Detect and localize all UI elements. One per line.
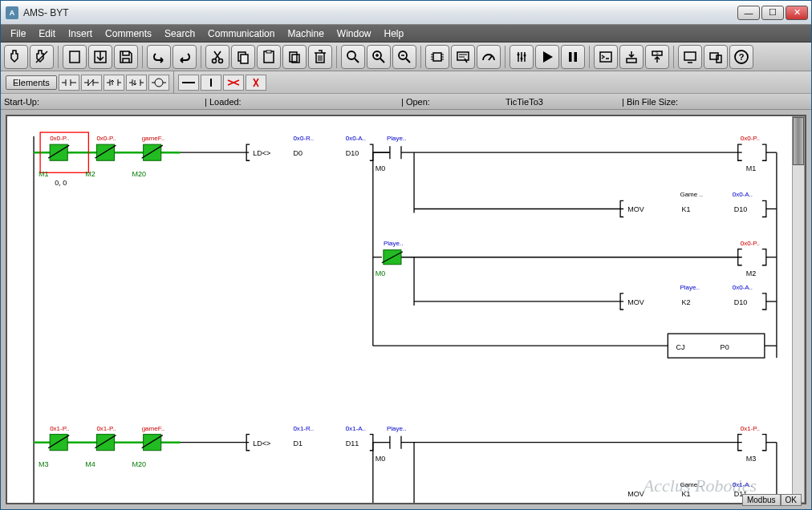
svg-point-4 — [219, 59, 223, 63]
toolbar-separator — [173, 71, 174, 94]
scrollbar-thumb[interactable] — [793, 117, 804, 165]
svg-rect-41 — [627, 59, 636, 63]
svg-line-17 — [380, 59, 384, 63]
el-del-h-icon[interactable] — [223, 75, 244, 91]
undo-icon[interactable] — [147, 45, 171, 69]
svg-text:0x0-P..: 0x0-P.. — [741, 135, 760, 142]
maximize-button[interactable]: ☐ — [761, 6, 784, 20]
ladder-canvas[interactable]: 0x0-P.. M1 0, 0 0x0-P.. M2 gameF.. M20 L… — [6, 115, 806, 504]
menu-search[interactable]: Search — [160, 26, 200, 41]
cmd-icon[interactable] — [594, 45, 618, 69]
close-button[interactable]: ✕ — [786, 6, 808, 20]
usb-off-icon[interactable] — [30, 45, 54, 69]
play-icon[interactable] — [535, 45, 559, 69]
stamp-icon[interactable] — [451, 45, 475, 69]
svg-rect-1 — [70, 51, 79, 63]
monitor-icon[interactable] — [678, 45, 702, 69]
window-controls: — ☐ ✕ — [737, 6, 808, 20]
elements-button[interactable]: Elements — [6, 75, 57, 90]
svg-text:D1: D1 — [293, 439, 302, 447]
save-icon[interactable] — [114, 45, 138, 69]
minimize-button[interactable]: — — [737, 6, 760, 20]
menu-file[interactable]: File — [6, 26, 30, 41]
vertical-scrollbar[interactable] — [792, 116, 805, 503]
svg-text:K1: K1 — [681, 205, 690, 213]
svg-text:D10: D10 — [734, 298, 748, 306]
svg-text:0x1-A..: 0x1-A.. — [346, 425, 366, 432]
delete-icon[interactable] — [308, 45, 332, 69]
svg-text:gameF..: gameF.. — [142, 425, 165, 432]
open-icon[interactable] — [88, 45, 112, 69]
gauge-icon[interactable] — [477, 45, 501, 69]
titlebar[interactable]: A AMS- BYT — ☐ ✕ — [1, 1, 811, 25]
toolbar-separator — [201, 46, 201, 68]
svg-rect-39 — [574, 52, 578, 62]
copy-icon[interactable] — [231, 45, 255, 69]
sliders-icon[interactable] — [510, 45, 534, 69]
svg-text:MOV: MOV — [627, 298, 644, 306]
toolbar-separator — [420, 46, 421, 68]
main-toolbar: S ? — [1, 42, 811, 71]
el-coil-icon[interactable] — [148, 75, 169, 91]
svg-text:K2: K2 — [681, 298, 690, 306]
svg-line-15 — [355, 59, 359, 63]
el-hline-icon[interactable] — [178, 75, 199, 91]
svg-text:0x1-P..: 0x1-P.. — [96, 425, 116, 432]
chip-icon[interactable] — [425, 45, 449, 69]
upload-icon[interactable]: S — [645, 45, 669, 69]
toolbar-separator — [673, 46, 674, 68]
menu-communication[interactable]: Communication — [203, 26, 279, 41]
watermark: Acclus Robotics — [644, 476, 757, 496]
el-falling-icon[interactable] — [126, 75, 147, 91]
menu-comments[interactable]: Comments — [100, 26, 156, 41]
svg-text:M20: M20 — [132, 170, 147, 178]
cut-icon[interactable] — [205, 45, 229, 69]
svg-text:0x0-A..: 0x0-A.. — [733, 284, 753, 291]
svg-text:P0: P0 — [721, 343, 729, 351]
svg-rect-79 — [50, 144, 67, 160]
svg-rect-149 — [144, 435, 161, 451]
svg-text:0x1-P..: 0x1-P.. — [50, 425, 69, 432]
svg-text:D11: D11 — [346, 439, 359, 447]
svg-text:MOV: MOV — [627, 490, 644, 498]
svg-text:MOV: MOV — [627, 205, 644, 213]
el-vline-icon[interactable] — [201, 75, 221, 91]
zoom-out-icon[interactable] — [392, 45, 416, 69]
svg-rect-8 — [266, 51, 271, 53]
window-title: AMS- BYT — [23, 7, 737, 18]
footer-status: Modbus OK — [742, 494, 802, 506]
el-no-contact-icon[interactable] — [59, 75, 79, 91]
el-rising-icon[interactable] — [104, 75, 124, 91]
teach-icon[interactable] — [704, 45, 728, 69]
footer-modbus: Modbus — [742, 494, 781, 506]
svg-point-67 — [155, 79, 163, 87]
svg-point-3 — [213, 59, 217, 63]
status-binfile: | Bin File Size: — [619, 97, 681, 107]
el-nc-contact-icon[interactable] — [81, 75, 102, 91]
pause-icon[interactable] — [561, 45, 585, 69]
svg-text:M1: M1 — [746, 164, 757, 172]
svg-point-36 — [521, 57, 523, 59]
duplicate-icon[interactable] — [282, 45, 307, 69]
help-icon[interactable]: ? — [729, 45, 753, 69]
menu-help[interactable]: Help — [380, 26, 409, 41]
el-del-v-icon[interactable] — [246, 75, 266, 91]
paste-icon[interactable] — [257, 45, 281, 69]
svg-text:?: ? — [739, 52, 745, 62]
download-icon[interactable] — [619, 45, 644, 69]
menu-edit[interactable]: Edit — [34, 26, 60, 41]
menu-insert[interactable]: Insert — [63, 26, 97, 41]
svg-text:0x0-P..: 0x0-P.. — [50, 135, 69, 142]
svg-text:Playe..: Playe.. — [680, 284, 700, 291]
menu-window[interactable]: Window — [332, 26, 376, 41]
zoom-icon[interactable] — [341, 45, 365, 69]
zoom-in-icon[interactable] — [367, 45, 391, 69]
svg-rect-38 — [569, 52, 572, 62]
new-icon[interactable] — [63, 45, 87, 69]
redo-icon[interactable] — [173, 45, 197, 69]
rung-0[interactable]: 0x0-P.. M1 0, 0 0x0-P.. M2 gameF.. M20 L… — [34, 132, 777, 358]
usb-icon[interactable] — [4, 45, 28, 69]
svg-text:0x0-P..: 0x0-P.. — [96, 135, 116, 142]
menu-machine[interactable]: Machine — [282, 26, 328, 41]
status-open-value: TicTieTo3 — [502, 97, 619, 107]
